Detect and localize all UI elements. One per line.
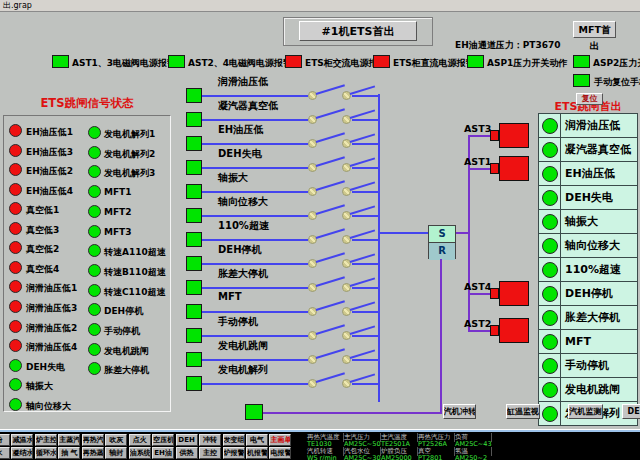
sr-reset-wire: [440, 259, 442, 413]
trip-signal-label: 胀差大停机: [218, 267, 268, 281]
signal-label: EH油压低1: [26, 126, 73, 139]
signal-label: 转速A110超速: [104, 246, 166, 259]
taskbar-button[interactable]: 电报警: [269, 447, 291, 459]
first-out-lamp-icon: [542, 142, 558, 158]
taskbar-button[interactable]: 冲转: [199, 434, 221, 446]
signal-label: 转速B110超速: [104, 266, 166, 279]
signal-label: 真空低4: [26, 263, 59, 276]
signal-lamp-icon: [88, 126, 101, 139]
trip-signal-label: DEH失电: [218, 147, 262, 161]
taskbar-button[interactable]: 空压机: [152, 434, 174, 446]
first-out-lamp-icon: [542, 334, 558, 350]
signal-label: 发电机跳闸: [104, 345, 149, 358]
first-out-lamp-cell: [538, 281, 561, 306]
trip-bus-wire: [378, 94, 380, 402]
first-out-lamp-icon: [542, 310, 558, 326]
taskbar-button[interactable]: 凝结水: [11, 447, 33, 459]
manual-reset-button[interactable]: 复位: [576, 93, 603, 105]
signal-wire: [352, 167, 379, 169]
signal-label: 真空低2: [26, 243, 59, 256]
first-out-lamp-icon: [542, 214, 558, 230]
taskbar-button[interactable]: 减温水: [11, 434, 33, 446]
signal-wire: [352, 191, 379, 193]
ast-connector-block: [490, 325, 499, 336]
sr-set-cell: S: [429, 226, 455, 243]
trip-signal-label: 发电机跳闸: [218, 339, 268, 353]
legend-lamp-icon: [168, 55, 185, 68]
signal-lamp-icon: [9, 183, 22, 196]
legend-lamp-icon: [52, 55, 69, 68]
trip-signal-label: 手动停机: [218, 315, 258, 329]
taskbar-button[interactable]: 油系统: [129, 447, 151, 459]
first-out-lamp-icon: [542, 118, 558, 134]
trip-input-lamp-icon: [186, 256, 202, 271]
taskbar-button[interactable]: 再热汽: [82, 434, 104, 446]
ets-first-out-button[interactable]: #1机ETS首出: [299, 21, 417, 41]
first-out-label: 胀差大停机: [560, 305, 638, 330]
ast-connector-block: [490, 288, 499, 299]
legend-lamp-icon: [467, 55, 484, 68]
taskbar-button[interactable]: 轴封: [105, 447, 127, 459]
nav-button[interactable]: DEH: [622, 404, 640, 419]
trip-signal-label: 发电机解列: [218, 363, 268, 377]
taskbar-button[interactable]: 机报警: [246, 447, 268, 459]
signal-lamp-icon: [9, 339, 22, 352]
signal-label: 润滑油压低4: [26, 341, 77, 354]
taskbar-button[interactable]: 粉: [0, 434, 10, 446]
legend-lamp-icon: [285, 55, 302, 68]
signal-wire: [202, 335, 308, 337]
taskbar-button[interactable]: 供热: [176, 447, 198, 459]
contact-blade-icon: [350, 157, 375, 167]
contact-blade-icon: [316, 156, 345, 167]
nav-button[interactable]: 汽机冲转: [443, 404, 476, 419]
signal-lamp-icon: [9, 124, 22, 137]
taskbar-button[interactable]: 发变组: [223, 434, 245, 446]
taskbar-button[interactable]: 炉主控: [35, 434, 57, 446]
first-out-lamp-icon: [542, 286, 558, 302]
taskbar-button[interactable]: 主画单: [269, 434, 291, 446]
signal-label: 转速C110超速: [104, 286, 165, 299]
trip-input-lamp-icon: [186, 112, 202, 127]
signal-label: 发电机解列3: [104, 167, 155, 180]
mft-first-out-button[interactable]: MFT首出: [573, 21, 616, 38]
trip-input-lamp-icon: [186, 136, 202, 151]
signal-lamp-icon: [9, 261, 22, 274]
ast-stub-wire: [470, 168, 491, 170]
status-value: AM250~2: [455, 454, 487, 460]
nav-button[interactable]: 缸温监视: [506, 404, 540, 419]
contact-blade-icon: [350, 253, 375, 263]
signal-label: MFT1: [104, 187, 132, 197]
first-out-label: 轴振大: [560, 209, 638, 234]
signal-wire: [202, 143, 308, 145]
taskbar-button[interactable]: 电气: [246, 434, 268, 446]
taskbar-button[interactable]: 点火: [129, 434, 151, 446]
signal-panel-title: ETS跳闸信号状态: [3, 96, 171, 111]
signal-label: 真空低3: [26, 224, 59, 237]
signal-wire: [352, 143, 379, 145]
taskbar-button[interactable]: 循环水: [35, 447, 57, 459]
first-out-label: 轴向位移大: [560, 233, 638, 258]
first-out-lamp-cell: [538, 305, 561, 330]
taskbar-button[interactable]: 主控: [199, 447, 221, 459]
first-out-lamp-cell: [538, 209, 561, 234]
taskbar-button[interactable]: 再热蒸: [82, 447, 104, 459]
signal-label: 发电机解列2: [104, 148, 155, 161]
taskbar-button[interactable]: 吹灰: [105, 434, 127, 446]
contact-blade-icon: [316, 132, 345, 143]
signal-lamp-icon: [88, 225, 101, 238]
contact-blade-icon: [316, 348, 345, 359]
taskbar-button[interactable]: 主蒸汽: [58, 434, 80, 446]
taskbar-button[interactable]: 炉报警: [223, 447, 245, 459]
signal-wire: [202, 359, 308, 361]
first-out-label: EH油压低: [560, 161, 638, 186]
signal-wire: [352, 239, 379, 241]
nav-button[interactable]: 汽机监测: [568, 404, 603, 419]
ast-label: AST2: [464, 318, 492, 329]
signal-label: EH油压低3: [26, 146, 73, 159]
taskbar-button[interactable]: DEH: [176, 434, 198, 446]
signal-wire: [352, 287, 379, 289]
taskbar-button[interactable]: EH油: [152, 447, 174, 459]
taskbar-button[interactable]: 水: [0, 447, 10, 459]
contact-blade-icon: [316, 372, 345, 383]
taskbar-button[interactable]: 抽 气: [58, 447, 80, 459]
